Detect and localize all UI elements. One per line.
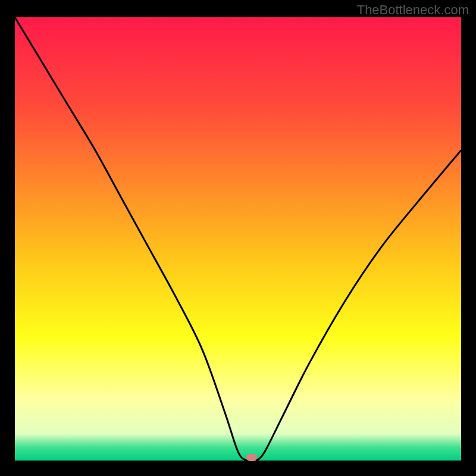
bottleneck-curve-path: [15, 17, 461, 461]
curve-svg: [15, 17, 461, 461]
bottleneck-marker: [246, 454, 257, 461]
chart-container: TheBottleneck.com: [0, 0, 476, 476]
watermark-text: TheBottleneck.com: [357, 2, 469, 18]
